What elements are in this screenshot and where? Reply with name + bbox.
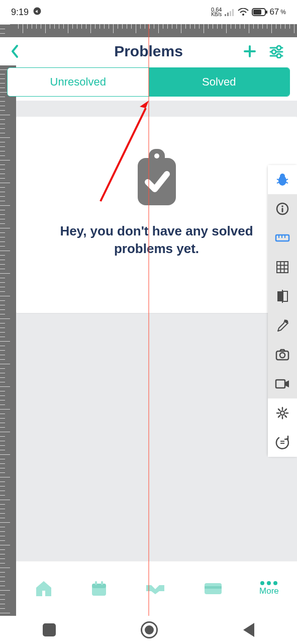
svg-point-19 [280, 174, 285, 179]
svg-rect-36 [277, 291, 282, 301]
filter-button[interactable] [269, 44, 284, 58]
add-button[interactable] [243, 44, 257, 58]
megaphone-icon [33, 7, 42, 18]
battery-icon: 67% [252, 7, 286, 17]
svg-rect-8 [266, 11, 267, 14]
clipboard-check-icon [132, 200, 182, 209]
settings-icon[interactable] [268, 398, 297, 428]
grid-icon[interactable] [268, 253, 297, 282]
svg-rect-42 [276, 380, 285, 388]
debug-toolbar [268, 165, 297, 457]
more-dots-icon [260, 581, 277, 585]
empty-state-card: Hey, you don't have any solved problems … [16, 117, 297, 313]
android-back-button[interactable] [243, 623, 254, 637]
svg-rect-3 [230, 11, 231, 16]
svg-rect-1 [225, 14, 226, 16]
status-bar: 9:19 0.64 KB/s 67% [0, 0, 297, 24]
camera-icon[interactable] [268, 340, 297, 369]
svg-rect-37 [283, 291, 287, 301]
rotate-icon[interactable] [268, 428, 297, 457]
nav-card[interactable] [203, 581, 223, 596]
bottom-nav: More [16, 561, 297, 616]
android-system-nav [0, 616, 297, 644]
ruler-icon[interactable] [268, 223, 297, 253]
status-time: 9:19 [11, 7, 29, 18]
bug-icon[interactable] [268, 165, 297, 194]
svg-point-14 [277, 54, 281, 58]
svg-rect-4 [232, 9, 234, 16]
wifi-icon [238, 8, 249, 16]
svg-rect-48 [95, 581, 97, 585]
signal-icon [225, 8, 235, 16]
svg-rect-31 [277, 262, 288, 273]
android-home-button[interactable] [141, 621, 158, 638]
svg-point-43 [280, 411, 284, 415]
nav-more[interactable]: More [259, 581, 279, 596]
svg-rect-2 [227, 13, 229, 16]
empty-state-text: Hey, you don't have any solved problems … [16, 222, 297, 258]
svg-point-12 [272, 50, 276, 54]
svg-point-17 [154, 153, 159, 158]
eyedropper-icon[interactable] [268, 311, 297, 340]
android-recent-button[interactable] [43, 623, 56, 636]
svg-point-5 [242, 14, 244, 16]
back-button[interactable] [10, 44, 20, 59]
svg-rect-51 [205, 586, 222, 589]
network-speed: 0.64 KB/s [211, 7, 222, 17]
nav-handshake[interactable] [144, 581, 166, 596]
ruler-vertical [0, 24, 16, 616]
svg-rect-7 [253, 10, 261, 15]
svg-point-41 [280, 353, 285, 358]
overlay-center-guideline [148, 24, 149, 616]
svg-rect-49 [101, 581, 103, 585]
nav-calendar[interactable] [90, 580, 108, 598]
svg-rect-47 [92, 584, 106, 588]
video-icon[interactable] [268, 369, 297, 398]
svg-rect-26 [282, 208, 283, 212]
tab-unresolved[interactable]: Unresolved [8, 68, 149, 96]
svg-point-10 [277, 46, 281, 50]
info-icon[interactable] [268, 194, 297, 223]
compare-icon[interactable] [268, 282, 297, 311]
tab-solved[interactable]: Solved [149, 68, 290, 96]
svg-point-25 [281, 205, 283, 207]
nav-home[interactable] [34, 580, 53, 598]
